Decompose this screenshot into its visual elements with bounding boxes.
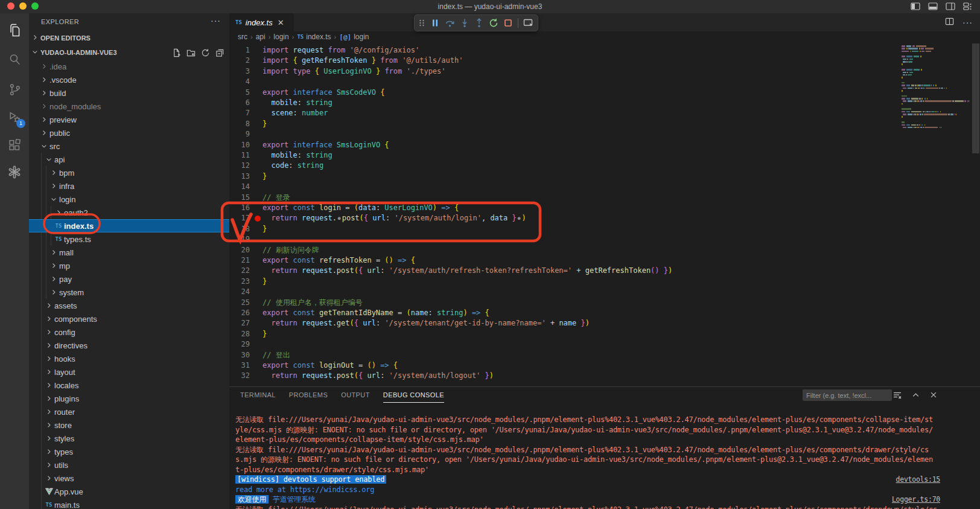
close-tab-icon[interactable]: ✕ <box>278 18 284 27</box>
openai-logo-icon[interactable] <box>0 160 29 184</box>
source-control-icon[interactable] <box>0 77 29 101</box>
tree-item-login[interactable]: login <box>29 193 229 206</box>
line-number[interactable]: 11 <box>229 150 250 161</box>
line-number[interactable]: 23 <box>229 277 250 287</box>
line-number[interactable]: 30 <box>229 350 250 360</box>
tree-item-mall[interactable]: mall <box>29 246 229 259</box>
toggle-secondary-sidebar-icon[interactable] <box>946 2 955 11</box>
tree-item-types[interactable]: types <box>29 445 229 458</box>
line-number[interactable]: 32 <box>229 371 250 381</box>
tree-item-oauth2[interactable]: oauth2 <box>29 206 229 219</box>
tree-item-hooks[interactable]: hooks <box>29 352 229 365</box>
line-number[interactable]: 15 <box>229 193 250 203</box>
tree-item-index.ts[interactable]: TSindex.ts <box>29 219 229 232</box>
breadcrumb-item-login[interactable]: [@]login <box>339 33 369 41</box>
extensions-icon[interactable] <box>0 133 29 157</box>
drag-handle-icon[interactable] <box>418 19 425 27</box>
tree-item-views[interactable]: views <box>29 472 229 485</box>
line-number[interactable]: 5 <box>229 88 250 98</box>
tree-item-src[interactable]: src <box>29 139 229 153</box>
split-editor-icon[interactable] <box>945 17 954 28</box>
breadcrumb-item-src[interactable]: src <box>238 33 247 41</box>
customize-layout-icon[interactable] <box>963 2 973 11</box>
scrollbar-slider[interactable] <box>972 43 979 153</box>
breakpoint-dot[interactable] <box>255 216 261 222</box>
line-number[interactable]: 13 <box>229 171 250 182</box>
breadcrumb-item-index.ts[interactable]: TSindex.ts <box>297 33 331 41</box>
tree-item-layout[interactable]: layout <box>29 365 229 379</box>
line-number[interactable]: 16 <box>229 203 250 213</box>
toggle-panel-icon[interactable] <box>928 2 938 11</box>
more-actions-icon[interactable]: ··· <box>962 18 973 27</box>
tree-item-bpm[interactable]: bpm <box>29 166 229 179</box>
tree-item-store[interactable]: store <box>29 418 229 432</box>
console-source-link[interactable]: devtools:15 <box>896 475 940 485</box>
project-section[interactable]: YUDAO-UI-ADMIN-VUE3 <box>29 46 229 59</box>
tree-item-locales[interactable]: locales <box>29 379 229 392</box>
step-into-button[interactable] <box>460 18 469 28</box>
debug-console-output[interactable]: 无法读取 file:///Users/yunai/Java/yudao-ui-a… <box>235 415 980 509</box>
tree-item-styles[interactable]: styles <box>29 432 229 445</box>
pause-button[interactable] <box>430 18 440 28</box>
tree-item-system[interactable]: system <box>29 286 229 299</box>
line-number[interactable]: 2 <box>229 56 250 66</box>
step-out-button[interactable] <box>474 18 484 28</box>
toggle-sidebar-icon[interactable] <box>911 2 920 11</box>
line-number[interactable]: 26 <box>229 308 250 318</box>
tree-item-api[interactable]: api <box>29 153 229 166</box>
tree-item-preview[interactable]: preview <box>29 113 229 126</box>
filter-results-icon[interactable] <box>892 391 902 400</box>
close-panel-icon[interactable] <box>929 391 938 400</box>
line-number[interactable]: 6 <box>229 98 250 108</box>
step-over-button[interactable] <box>445 18 455 28</box>
tree-item-main.ts[interactable]: TSmain.ts <box>29 498 229 509</box>
line-number[interactable]: 25 <box>229 298 250 308</box>
tree-item-infra[interactable]: infra <box>29 179 229 193</box>
line-number[interactable]: 28 <box>229 329 250 339</box>
tree-item-build[interactable]: build <box>29 86 229 100</box>
code-editor[interactable]: 1import request from '@/config/axios'2im… <box>229 42 980 386</box>
line-number[interactable]: 29 <box>229 339 250 350</box>
explorer-icon[interactable] <box>0 18 29 42</box>
tree-item-types.ts[interactable]: TStypes.ts <box>29 232 229 246</box>
line-number[interactable]: 7 <box>229 108 250 118</box>
tree-item-utils[interactable]: utils <box>29 458 229 472</box>
tree-item-assets[interactable]: assets <box>29 299 229 312</box>
tab-index-ts[interactable]: TS index.ts ✕ <box>229 13 294 31</box>
explorer-more-actions-icon[interactable]: ··· <box>211 16 221 25</box>
refresh-icon[interactable] <box>201 48 210 57</box>
tree-item-.idea[interactable]: .idea <box>29 60 229 73</box>
tree-item-components[interactable]: components <box>29 312 229 325</box>
run-and-debug-icon[interactable]: 1 <box>0 105 29 129</box>
line-number[interactable]: 27 <box>229 318 250 328</box>
search-icon[interactable] <box>0 47 29 71</box>
editor-scrollbar[interactable] <box>972 42 980 386</box>
breadcrumb-item-api[interactable]: api <box>256 33 266 41</box>
tree-item-mp[interactable]: mp <box>29 259 229 272</box>
line-number[interactable]: 14 <box>229 182 250 192</box>
line-number[interactable]: 19 <box>229 234 250 245</box>
inspect-icon[interactable] <box>523 18 533 28</box>
line-number[interactable]: 22 <box>229 266 250 276</box>
open-editors-section[interactable]: OPEN EDITORS <box>29 31 229 45</box>
tree-item-plugins[interactable]: plugins <box>29 392 229 405</box>
line-number[interactable]: 17 <box>229 213 250 223</box>
tree-item-config[interactable]: config <box>29 325 229 339</box>
tree-item-router[interactable]: router <box>29 405 229 418</box>
breadcrumb-item-login[interactable]: login <box>273 33 288 41</box>
line-number[interactable]: 21 <box>229 255 250 266</box>
line-number[interactable]: 31 <box>229 360 250 371</box>
line-number[interactable]: 3 <box>229 66 250 77</box>
collapse-all-icon[interactable] <box>215 48 224 57</box>
maximize-panel-icon[interactable] <box>911 391 920 400</box>
panel-tab-problems[interactable]: PROBLEMS <box>289 387 328 403</box>
tree-item-node_modules[interactable]: node_modules <box>29 100 229 113</box>
tree-item-directives[interactable]: directives <box>29 339 229 352</box>
restart-button[interactable] <box>489 18 498 28</box>
line-number[interactable]: 12 <box>229 161 250 171</box>
line-number[interactable]: 8 <box>229 119 250 129</box>
stop-button[interactable] <box>503 18 513 28</box>
line-number[interactable]: 24 <box>229 287 250 297</box>
line-number[interactable]: 9 <box>229 129 250 139</box>
line-number[interactable]: 1 <box>229 45 250 56</box>
